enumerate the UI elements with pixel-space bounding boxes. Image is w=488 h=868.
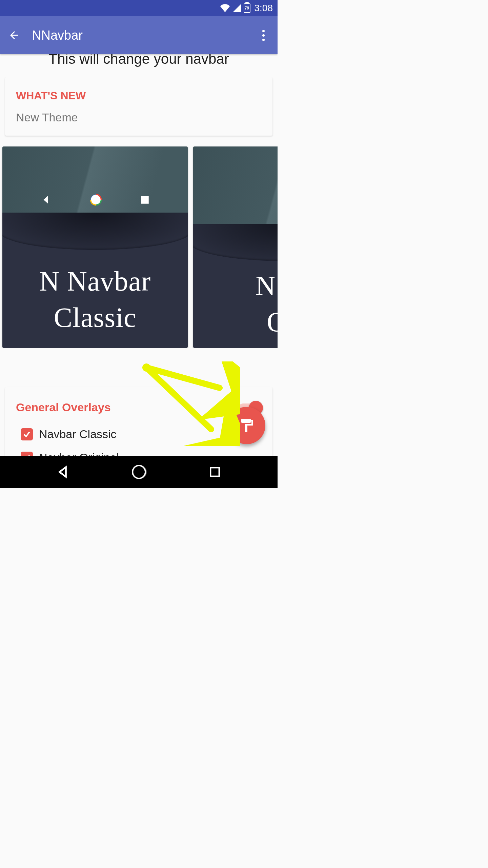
theme-card-bottom: N Navbar Classic (2, 213, 188, 348)
checkbox-label: Navbar Classic (39, 428, 117, 441)
arrow-back-icon (8, 29, 20, 41)
signal-icon (233, 4, 241, 12)
theme-card-bottom: N Na Ori (193, 224, 278, 348)
overlays-title: General Overlays (16, 401, 262, 414)
system-recents-button[interactable] (201, 462, 228, 482)
phone-mockup-top (193, 146, 278, 224)
home-ring-icon (132, 465, 146, 479)
whats-new-card: WHAT'S NEW New Theme (5, 77, 272, 136)
theme-card-classic[interactable]: N Navbar Classic (2, 146, 188, 348)
nav-recents-icon (141, 196, 149, 204)
phone-mockup-top (2, 146, 188, 213)
svg-rect-2 (141, 196, 149, 204)
page-heading: This will change your navbar (0, 51, 278, 77)
system-back-button[interactable] (49, 462, 76, 482)
whats-new-title: WHAT'S NEW (16, 90, 262, 102)
whats-new-text: New Theme (16, 111, 262, 124)
theme-carousel[interactable]: N Navbar Classic N Na Ori (0, 141, 278, 348)
nav-home-icon (90, 194, 102, 206)
checkbox-navbar-classic[interactable]: Navbar Classic (16, 428, 262, 441)
navbar-preview (193, 206, 278, 215)
app-title: NNavbar (32, 28, 83, 43)
paint-fab[interactable] (228, 407, 265, 444)
status-time: 3:08 (255, 3, 273, 14)
back-button[interactable] (6, 27, 22, 43)
paint-roller-icon (239, 417, 255, 434)
theme-card-original[interactable]: N Na Ori (193, 146, 278, 348)
svg-rect-4 (211, 468, 220, 476)
battery-level: 79 (245, 6, 249, 11)
navbar-preview (2, 194, 188, 206)
nav-back-icon (275, 206, 278, 215)
status-bar: 79 3:08 (0, 0, 278, 16)
battery-icon: 79 (244, 3, 250, 13)
menu-dot-icon (262, 34, 265, 37)
app-bar: NNavbar (0, 16, 278, 54)
status-icons: 79 (220, 3, 250, 13)
nav-back-icon (41, 195, 51, 205)
system-home-button[interactable] (125, 462, 152, 482)
overflow-menu-button[interactable] (255, 27, 271, 43)
theme-name-label: N Na Ori (193, 268, 278, 340)
menu-dot-icon (262, 30, 265, 32)
wifi-icon (220, 4, 230, 12)
checkbox-icon (21, 428, 33, 440)
system-nav-bar (0, 456, 278, 488)
menu-dot-icon (262, 39, 265, 41)
theme-name-label: N Navbar Classic (2, 263, 188, 336)
